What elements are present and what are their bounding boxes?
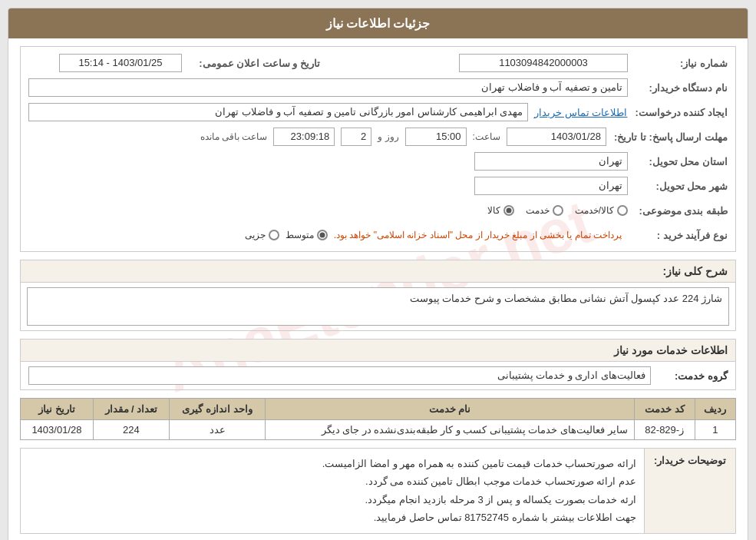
process-option-motavas[interactable]: متوسط	[286, 230, 328, 240]
notes-content: ارائه صورتحساب خدمات قیمت تامین کننده به…	[21, 449, 644, 533]
note-line-1: ارائه صورتحساب خدمات قیمت تامین کننده به…	[28, 455, 636, 472]
service-group-label: گروه خدمت:	[651, 370, 728, 382]
delivery-province-value: تهران	[474, 152, 628, 171]
delivery-city-value: تهران	[474, 177, 628, 195]
announce-label: تاریخ و ساعت اعلان عمومی:	[182, 58, 320, 69]
process-type-group: پرداخت تمام یا بخشی از مبلغ خریدار از مح…	[245, 230, 628, 240]
response-countdown: 23:09:18	[273, 128, 335, 146]
need-number-label: شماره نیاز:	[628, 58, 728, 69]
notes-section: توضیحات خریدار: ارائه صورتحساب خدمات قیم…	[20, 448, 736, 534]
response-day-label: روز و	[378, 131, 398, 142]
note-line-3: ارئه خدمات بصورت یکساله و پس از 3 مرحله …	[28, 491, 636, 509]
category-radio-khedmat	[553, 205, 563, 216]
note-line-4: جهت اطلاعات بیشتر با شماره 81752745 تماس…	[28, 509, 636, 526]
creator-label: ایجاد کننده درخواست:	[627, 107, 728, 118]
cell-date: 1403/01/28	[21, 420, 94, 440]
category-radio-kala	[503, 205, 514, 216]
response-countdown-label: ساعت باقی مانده	[200, 131, 268, 142]
creator-contact-link[interactable]: اطلاعات تماس خریدار	[534, 107, 627, 118]
announce-value: 1403/01/25 - 15:14	[59, 54, 182, 72]
cell-row: 1	[695, 420, 735, 440]
services-table: ردیف کد خدمت نام خدمت واحد اندازه گیری ت…	[20, 398, 736, 440]
service-info-section: اطلاعات خدمات مورد نیاز گروه خدمت: فعالی…	[20, 339, 736, 390]
response-days: 2	[341, 128, 371, 146]
cell-qty: 224	[93, 420, 169, 440]
service-info-header: اطلاعات خدمات مورد نیاز	[20, 339, 736, 361]
need-desc-section: شرح کلی نیاز: شارژ 224 عدد کپسول آتش نشا…	[20, 260, 736, 331]
cell-name: سایر فعالیت‌های خدمات پشتیبانی کسب و کار…	[266, 420, 635, 440]
buyer-org-value: تامین و تصفیه آب و فاضلاب تهران	[28, 78, 628, 97]
process-radio-jozi	[269, 230, 279, 240]
response-time-label: ساعت:	[473, 131, 500, 142]
col-row: ردیف	[695, 399, 735, 420]
delivery-city-label: شهر محل تحویل:	[628, 181, 728, 192]
category-radio-group: کالا/خدمت خدمت کالا	[487, 205, 628, 216]
process-option-jozi[interactable]: جزیی	[245, 230, 279, 240]
need-desc-value: شارژ 224 عدد کپسول آتش نشانی مطابق مشخصا…	[27, 287, 729, 326]
delivery-province-label: استان محل تحویل:	[628, 156, 728, 167]
service-group-row: گروه خدمت: فعالیت‌های اداری و خدمات پشتی…	[20, 361, 736, 390]
table-row: 1 ز-829-82 سایر فعالیت‌های خدمات پشتیبان…	[21, 420, 736, 440]
category-label: طبقه بندی موضوعی:	[628, 205, 728, 217]
process-type-label: نوع فرآیند خرید :	[628, 230, 728, 241]
need-number-value: 1103094842000003	[459, 54, 628, 72]
buyer-org-label: نام دستگاه خریدار:	[628, 82, 728, 94]
response-deadline-label: مهلت ارسال پاسخ: تا تاریخ:	[606, 131, 728, 143]
creator-value: مهدی ابراهیمی کارشناس امور بازرگانی تامی…	[28, 103, 528, 121]
response-time: 15:00	[405, 128, 467, 146]
category-option-kala[interactable]: کالا	[487, 205, 514, 216]
category-option-khedmat[interactable]: خدمت	[526, 205, 563, 216]
col-date: تاریخ نیاز	[21, 399, 94, 420]
col-code: کد خدمت	[634, 399, 695, 420]
response-date: 1403/01/28	[507, 128, 606, 146]
page-title: جزئیات اطلاعات نیاز	[326, 17, 431, 30]
cell-code: ز-829-82	[634, 420, 695, 440]
note-line-2: عدم ارائه صورتحساب خدمات موجب ابطال تامی…	[28, 472, 636, 490]
category-radio-kala-khedmat	[617, 205, 628, 216]
process-desc: پرداخت تمام یا بخشی از مبلغ خریدار از مح…	[334, 230, 622, 240]
col-unit: واحد اندازه گیری	[170, 399, 266, 420]
process-radio-motavas	[317, 230, 328, 240]
service-group-value: فعالیت‌های اداری و خدمات پشتیبانی	[28, 366, 651, 385]
col-name: نام خدمت	[266, 399, 635, 420]
col-qty: تعداد / مقدار	[93, 399, 169, 420]
need-desc-header: شرح کلی نیاز:	[20, 260, 736, 282]
page-header: جزئیات اطلاعات نیاز	[8, 8, 748, 38]
cell-unit: عدد	[170, 420, 266, 440]
notes-label: توضیحات خریدار:	[644, 449, 735, 533]
category-option-kala-khedmat[interactable]: کالا/خدمت	[575, 205, 628, 216]
